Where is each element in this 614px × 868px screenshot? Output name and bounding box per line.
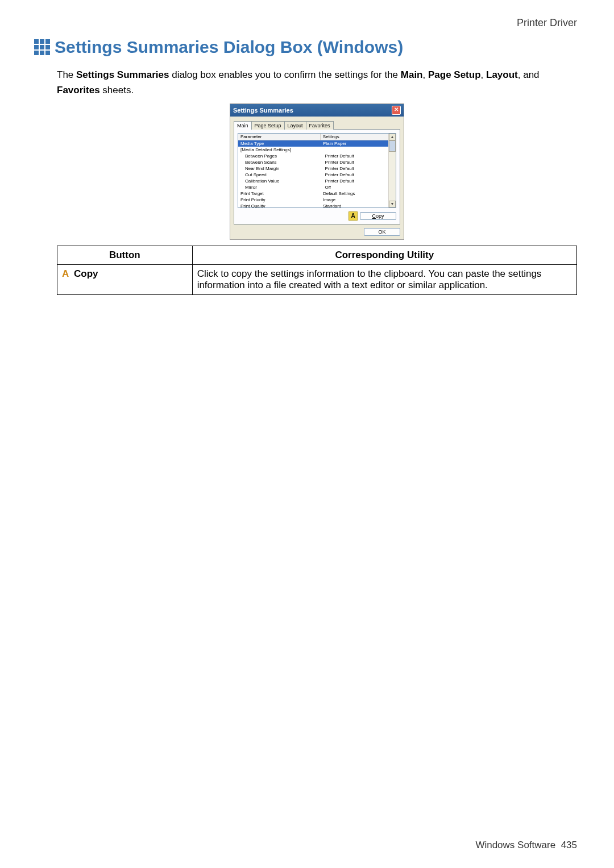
table-cell-description: Click to copy the settings information t… [192, 265, 576, 295]
button-description-table: Button Corresponding Utility A Copy Clic… [57, 246, 577, 295]
page-footer: Windows Software 435 [475, 840, 577, 851]
table-row: A Copy Click to copy the settings inform… [57, 265, 577, 295]
settings-list[interactable]: ▲ ▼ Parameter Settings Media TypePlain P… [238, 133, 396, 208]
header-settings: Settings [321, 134, 389, 140]
list-item[interactable]: Cut SpeedPrinter Default [238, 172, 389, 178]
scroll-thumb[interactable] [389, 140, 396, 152]
table-header-utility: Corresponding Utility [192, 246, 576, 265]
tab-favorites[interactable]: Favorites [306, 121, 334, 130]
list-item[interactable]: Between ScansPrinter Default [238, 159, 389, 165]
settings-summaries-dialog: Settings Summaries ✕ Main Page Setup Lay… [230, 103, 404, 240]
list-item[interactable]: MirrorOff [238, 184, 389, 190]
scrollbar[interactable]: ▲ ▼ [388, 134, 396, 207]
list-item[interactable]: Near End MarginPrinter Default [238, 165, 389, 172]
tab-panel-main: ▲ ▼ Parameter Settings Media TypePlain P… [234, 129, 400, 225]
scroll-up-icon[interactable]: ▲ [389, 134, 396, 140]
ok-button[interactable]: OK [364, 228, 400, 236]
intro-paragraph: The Settings Summaries dialog box enable… [57, 67, 577, 98]
copy-button[interactable]: Copy [360, 212, 396, 220]
callout-marker-a: A [349, 211, 358, 221]
tab-page-setup[interactable]: Page Setup [251, 121, 285, 130]
tab-main[interactable]: Main [234, 121, 252, 130]
close-icon[interactable]: ✕ [392, 106, 401, 115]
tab-layout[interactable]: Layout [284, 121, 306, 130]
list-item[interactable]: Calibration ValuePrinter Default [238, 178, 389, 184]
dialog-tabs: Main Page Setup Layout Favorites [234, 121, 400, 130]
list-item[interactable]: Print QualityStandard [238, 203, 389, 208]
list-item[interactable]: Media TypePlain Paper [238, 140, 389, 147]
list-item[interactable]: [Media Detailed Settings] [238, 147, 389, 153]
list-item[interactable]: Between PagesPrinter Default [238, 153, 389, 159]
page-title: Settings Summaries Dialog Box (Windows) [55, 38, 403, 57]
list-item[interactable]: Print TargetDefault Settings [238, 190, 389, 197]
marker-letter-a: A [62, 268, 69, 279]
table-header-button: Button [57, 246, 193, 265]
header-parameter: Parameter [238, 134, 321, 140]
dialog-titlebar: Settings Summaries ✕ [230, 104, 404, 117]
heading-icon [34, 39, 50, 55]
table-cell-button: A Copy [57, 265, 193, 295]
list-header: Parameter Settings [238, 134, 389, 140]
header-section-label: Printer Driver [57, 17, 577, 29]
dialog-title: Settings Summaries [233, 107, 293, 114]
list-item[interactable]: Print PriorityImage [238, 197, 389, 203]
scroll-down-icon[interactable]: ▼ [389, 201, 396, 207]
